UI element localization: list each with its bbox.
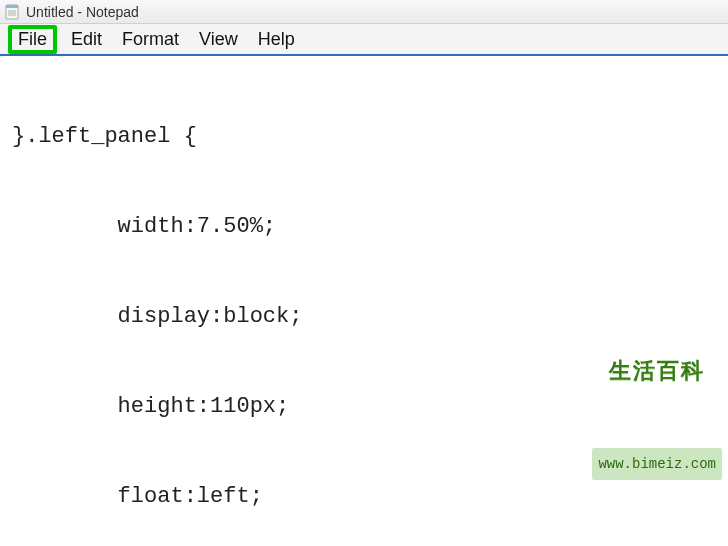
text-editor[interactable]: }.left_panel { width:7.50%; display:bloc… <box>0 56 728 546</box>
menu-help[interactable]: Help <box>248 26 305 53</box>
window-title: Untitled - Notepad <box>26 4 139 20</box>
titlebar: Untitled - Notepad <box>0 0 728 24</box>
menu-file[interactable]: File <box>8 25 57 54</box>
watermark: 生活百科 www.bimeiz.com <box>592 298 722 540</box>
menubar: File Edit Format View Help <box>0 24 728 56</box>
code-line: }.left_panel { <box>12 122 720 152</box>
watermark-text-top: 生活百科 <box>592 358 722 388</box>
watermark-text-bottom: www.bimeiz.com <box>592 448 722 480</box>
menu-edit[interactable]: Edit <box>61 26 112 53</box>
svg-rect-1 <box>6 5 18 8</box>
notepad-icon <box>4 4 20 20</box>
code-line: width:7.50%; <box>12 212 720 242</box>
menu-format[interactable]: Format <box>112 26 189 53</box>
menu-view[interactable]: View <box>189 26 248 53</box>
